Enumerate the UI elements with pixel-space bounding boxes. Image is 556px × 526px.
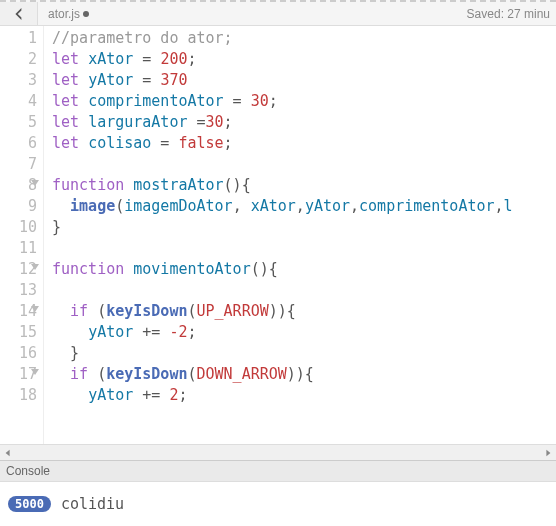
console-message: colidiu [61, 495, 124, 513]
line-gutter: 123456789101112131415161718 [0, 26, 44, 444]
line-number: 6 [0, 133, 37, 154]
fold-icon[interactable] [31, 264, 39, 270]
line-number: 4 [0, 91, 37, 112]
code-area[interactable]: //parametro do ator; let xAtor = 200; le… [44, 26, 556, 444]
line-number: 10 [0, 217, 37, 238]
console-count-badge: 5000 [8, 496, 51, 512]
line-number: 2 [0, 49, 37, 70]
back-button[interactable] [0, 2, 38, 25]
saved-status: Saved: 27 minu [467, 7, 556, 21]
triangle-left-icon [4, 449, 12, 457]
line-number: 13 [0, 280, 37, 301]
fold-icon[interactable] [31, 306, 39, 312]
line-number: 9 [0, 196, 37, 217]
dirty-indicator-icon [83, 11, 89, 17]
fold-icon[interactable] [31, 180, 39, 186]
chevron-left-icon [13, 8, 25, 20]
editor-header: ator.js Saved: 27 minu [0, 0, 556, 26]
line-number: 7 [0, 154, 37, 175]
line-number: 1 [0, 28, 37, 49]
line-number: 8 [0, 175, 37, 196]
line-number: 3 [0, 70, 37, 91]
line-number: 18 [0, 385, 37, 406]
filename-text: ator.js [48, 7, 80, 21]
line-number: 5 [0, 112, 37, 133]
scroll-left-button[interactable] [0, 446, 16, 460]
line-number: 11 [0, 238, 37, 259]
line-number: 15 [0, 322, 37, 343]
fold-icon[interactable] [31, 369, 39, 375]
scroll-right-button[interactable] [540, 446, 556, 460]
line-number: 14 [0, 301, 37, 322]
line-number: 17 [0, 364, 37, 385]
console-panel: 5000 colidiu [0, 482, 556, 526]
triangle-right-icon [544, 449, 552, 457]
line-number: 12 [0, 259, 37, 280]
filename-tab[interactable]: ator.js [38, 7, 99, 21]
line-number: 16 [0, 343, 37, 364]
console-header[interactable]: Console [0, 460, 556, 482]
console-title: Console [6, 464, 50, 478]
code-editor[interactable]: 123456789101112131415161718 //parametro … [0, 26, 556, 444]
horizontal-scrollbar[interactable] [0, 444, 556, 460]
